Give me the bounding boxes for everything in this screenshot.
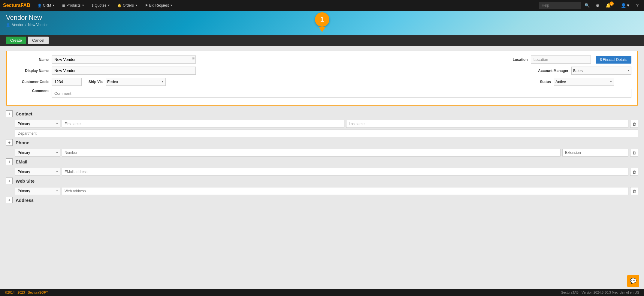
website-type-select[interactable]: Primary Secondary Other bbox=[15, 187, 60, 195]
location-pin-indicator: 1 bbox=[315, 12, 329, 32]
contact-section-title: Contact bbox=[16, 111, 32, 116]
customer-code-label: Customer Code bbox=[13, 80, 52, 84]
location-label: Location bbox=[492, 58, 531, 62]
email-type-wrapper: Primary Secondary Other bbox=[15, 168, 60, 176]
phone-number-input[interactable] bbox=[62, 149, 561, 157]
address-section-header: + Address bbox=[6, 197, 638, 203]
contact-lastname-input[interactable] bbox=[346, 120, 629, 128]
nav-crm-chevron: ▼ bbox=[52, 4, 55, 7]
contact-delete-button[interactable]: 🗑 bbox=[630, 120, 638, 128]
email-address-input[interactable] bbox=[62, 168, 628, 176]
nav-quotes[interactable]: $ Quotes ▼ bbox=[89, 0, 113, 11]
pin-tail bbox=[319, 27, 326, 32]
email-add-button[interactable]: + bbox=[6, 158, 13, 165]
contact-department-input[interactable] bbox=[15, 130, 638, 137]
top-navigation: SecturaFAB 👤 CRM ▼ ▦ Products ▼ $ Quotes… bbox=[0, 0, 644, 11]
phone-type-select[interactable]: Primary Secondary Mobile Fax bbox=[15, 149, 60, 157]
phone-entry-row: Primary Secondary Mobile Fax 🗑 bbox=[15, 149, 638, 157]
name-input-icon: ⊞ bbox=[192, 57, 195, 60]
address-add-button[interactable]: + bbox=[6, 197, 13, 203]
notifications-icon-btn[interactable]: 🔔0 bbox=[603, 0, 617, 11]
email-delete-button[interactable]: 🗑 bbox=[630, 168, 638, 176]
ship-via-select[interactable]: Fedex UPS USPS DHL bbox=[106, 78, 166, 86]
nav-quotes-label: Quotes bbox=[95, 3, 106, 7]
contact-entry-row: Primary Secondary Other 🗑 bbox=[15, 120, 638, 128]
address-section-title: Address bbox=[16, 198, 34, 203]
name-label: Name bbox=[13, 58, 52, 62]
page-title-sub: New bbox=[29, 14, 42, 21]
nav-crm[interactable]: 👤 CRM ▼ bbox=[35, 0, 58, 11]
help-search-input[interactable] bbox=[539, 2, 581, 9]
status-select[interactable]: Active Inactive bbox=[554, 78, 614, 86]
action-toolbar: Create Cancel bbox=[0, 35, 644, 46]
phone-section-title: Phone bbox=[16, 140, 29, 145]
contact-dept-row bbox=[15, 130, 638, 137]
contact-section-header: + Contact bbox=[6, 110, 638, 117]
name-location-row: Name ⊞ Location $ Finacial Details bbox=[13, 55, 631, 64]
notification-badge: 0 bbox=[609, 1, 614, 6]
brand-prefix: Sectura bbox=[3, 3, 21, 8]
status-label: Status bbox=[515, 80, 554, 84]
contact-type-wrapper: Primary Secondary Other bbox=[15, 120, 60, 128]
phone-type-wrapper: Primary Secondary Mobile Fax bbox=[15, 149, 60, 157]
website-entry-row: Primary Secondary Other 🗑 bbox=[15, 187, 638, 195]
comment-label: Comment bbox=[13, 89, 52, 93]
breadcrumb-new-vendor: New Vendor bbox=[28, 23, 47, 27]
phone-extension-input[interactable] bbox=[562, 149, 628, 157]
brand-suffix: FAB bbox=[21, 3, 30, 8]
customer-code-ship-status-row: Customer Code Ship Via Fedex UPS USPS DH… bbox=[13, 78, 631, 86]
pin-number-circle: 1 bbox=[315, 12, 329, 27]
phone-section-header: + Phone bbox=[6, 139, 638, 146]
nav-products-chevron: ▼ bbox=[82, 4, 84, 7]
email-section-header: + EMail bbox=[6, 158, 638, 165]
display-name-account-row: Display Name Account Manager Sales Admin… bbox=[13, 67, 631, 75]
nav-products-label: Products bbox=[66, 3, 80, 7]
nav-orders[interactable]: 🔔 Orders ▼ bbox=[114, 0, 141, 11]
name-input[interactable] bbox=[52, 55, 196, 64]
nav-bid-request[interactable]: ⚑ Bid Request ▼ bbox=[142, 0, 176, 11]
breadcrumb-separator: / bbox=[25, 23, 26, 27]
brand-logo[interactable]: SecturaFAB bbox=[3, 3, 30, 8]
comment-input[interactable] bbox=[52, 89, 631, 98]
financial-details-button[interactable]: $ Finacial Details bbox=[596, 56, 631, 64]
cancel-button[interactable]: Cancel bbox=[28, 37, 48, 44]
page-title-main: Vendor bbox=[6, 14, 27, 21]
nav-orders-label: Orders bbox=[123, 3, 134, 7]
customer-code-input[interactable] bbox=[52, 78, 82, 86]
nav-crm-label: CRM bbox=[43, 3, 51, 7]
contact-add-button[interactable]: + bbox=[6, 110, 13, 117]
header-banner: 1 Vendor New 👤 Vendor / New Vendor bbox=[0, 11, 644, 35]
website-address-input[interactable] bbox=[62, 187, 628, 195]
create-button[interactable]: Create bbox=[6, 37, 26, 44]
vendor-form-card: Name ⊞ Location $ Finacial Details Displ… bbox=[6, 51, 638, 106]
main-content: Name ⊞ Location $ Finacial Details Displ… bbox=[0, 46, 644, 226]
contact-type-select[interactable]: Primary Secondary Other bbox=[15, 120, 60, 128]
website-add-button[interactable]: + bbox=[6, 178, 13, 184]
help-icon-btn[interactable]: ? bbox=[634, 0, 641, 11]
settings-icon-btn[interactable]: ⚙ bbox=[593, 0, 602, 11]
nav-quotes-chevron: ▼ bbox=[107, 4, 110, 7]
website-type-wrapper: Primary Secondary Other bbox=[15, 187, 60, 195]
display-name-input[interactable] bbox=[52, 67, 196, 75]
display-name-label: Display Name bbox=[13, 69, 52, 73]
pin-number: 1 bbox=[320, 16, 324, 23]
phone-add-button[interactable]: + bbox=[6, 139, 13, 146]
website-section-header: + Web Site bbox=[6, 178, 638, 184]
email-type-select[interactable]: Primary Secondary Other bbox=[15, 168, 60, 176]
comment-row: Comment bbox=[13, 89, 631, 98]
account-manager-select[interactable]: Sales Admin Manager bbox=[571, 67, 631, 75]
location-input[interactable] bbox=[531, 55, 591, 64]
ship-via-label: Ship Via bbox=[82, 80, 106, 84]
email-entry-row: Primary Secondary Other 🗑 bbox=[15, 168, 638, 176]
nav-products[interactable]: ▦ Products ▼ bbox=[59, 0, 87, 11]
contact-firstname-input[interactable] bbox=[62, 120, 344, 128]
search-icon-btn[interactable]: 🔍 bbox=[582, 0, 592, 11]
user-menu-btn[interactable]: 👤▼ bbox=[618, 0, 633, 11]
nav-orders-chevron: ▼ bbox=[135, 4, 138, 7]
nav-bid-request-chevron: ▼ bbox=[170, 4, 173, 7]
phone-delete-button[interactable]: 🗑 bbox=[630, 149, 638, 157]
website-section-title: Web Site bbox=[16, 178, 35, 184]
breadcrumb-vendor-link[interactable]: Vendor bbox=[12, 23, 23, 27]
email-section-title: EMail bbox=[16, 159, 27, 164]
website-delete-button[interactable]: 🗑 bbox=[630, 187, 638, 195]
